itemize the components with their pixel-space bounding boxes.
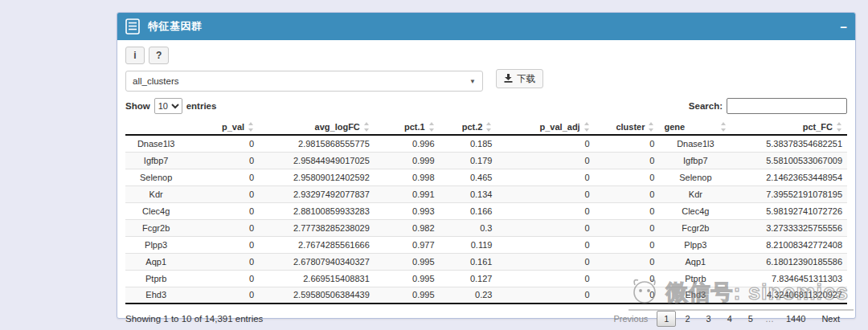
collapse-button[interactable]: − [840,21,847,33]
cell-pct-fc: 8.21008342772408 [731,236,847,253]
cell-pct2: 0.161 [440,253,497,270]
help-button[interactable]: ? [149,47,169,64]
page-button-3[interactable]: 3 [699,311,719,327]
panel-header: 特征基因群 − [117,13,855,40]
table-row[interactable]: Kdr 0 2.93297492077837 0.991 0.134 0 0 K… [125,185,847,202]
cell-avg-logfc: 2.7674285561666 [259,236,375,253]
table-row[interactable]: Clec4g 0 2.88100859933283 0.993 0.166 0 … [125,202,847,219]
cell-pct-fc: 7.8346451311303 [731,270,847,287]
search-input[interactable] [727,98,847,114]
cell-cluster: 0 [595,152,660,169]
column-header-avg-logfc[interactable]: avg_logFC [259,119,375,135]
table-row[interactable]: Ehd3 0 2.59580506384439 0.995 0.23 0 0 E… [125,287,847,304]
cell-cluster: 0 [595,219,660,236]
sort-icon[interactable] [485,122,492,132]
cell-pct2: 0.127 [440,270,497,287]
cell-avg-logfc: 2.95844949017025 [259,152,375,169]
cell-gene: Aqp1 [659,253,731,270]
download-icon [504,74,513,84]
search-label: Search: [689,101,723,111]
cell-p-val-adj: 0 [497,135,594,152]
info-button[interactable]: i [125,47,145,64]
previous-page-button[interactable]: Previous [606,311,655,327]
column-header-p-val[interactable]: p_val [186,119,259,135]
cell-pct2: 0.134 [440,185,497,202]
list-table-icon [125,18,141,35]
genes-table: p_val avg_logFC pct.1 pct.2 p_val_adj cl… [125,119,847,304]
cell-pct1: 0.999 [375,152,440,169]
cell-avg-logfc: 2.669515408831 [259,270,375,287]
cell-p-val: 0 [186,169,259,185]
column-header-cluster[interactable]: cluster [595,119,660,135]
cell-p-val: 0 [186,270,259,287]
table-row[interactable]: Fcgr2b 0 2.77738285238029 0.982 0.3 0 0 … [125,219,847,236]
page-button-last[interactable]: 1440 [779,311,813,327]
next-page-button[interactable]: Next [814,311,847,327]
cell-gene: Fcgr2b [659,219,731,236]
sort-icon[interactable] [248,122,254,132]
cell-cluster: 0 [595,169,660,185]
cell-p-val-adj: 0 [497,236,594,253]
cell-avg-logfc: 2.88100859933283 [259,202,375,219]
cluster-select-value: all_clusters [133,76,179,86]
column-header-gene[interactable]: gene [659,119,731,135]
cell-pct-fc: 5.38378354682251 [731,135,847,152]
show-label: Show [125,101,150,111]
cell-p-val: 0 [186,287,259,304]
table-row[interactable]: Igfbp7 0 2.95844949017025 0.999 0.179 0 … [125,152,847,169]
cell-rowname: Ehd3 [125,287,186,304]
cell-pct1: 0.993 [375,202,440,219]
page-button-2[interactable]: 2 [678,311,697,327]
cell-cluster: 0 [595,135,660,152]
column-header-pct-fc[interactable]: pct_FC [731,119,847,135]
cell-p-val: 0 [186,185,259,202]
cluster-select[interactable]: all_clusters ▼ [125,71,483,92]
cell-avg-logfc: 2.93297492077837 [259,185,375,202]
table-info: Showing 1 to 10 of 14,391 entries [125,314,263,324]
cell-gene: Selenop [659,169,731,185]
cell-pct-fc: 6.18012390185586 [731,253,847,270]
column-header-p-val-adj[interactable]: p_val_adj [497,119,594,135]
cell-pct1: 0.996 [375,135,440,152]
cell-gene: Clec4g [659,202,731,219]
page-button-5[interactable]: 5 [741,311,760,327]
table-row[interactable]: Selenop 0 2.95809012402592 0.998 0.465 0… [125,169,847,185]
sort-icon[interactable] [720,122,727,132]
cell-p-val-adj: 0 [497,270,594,287]
page-button-4[interactable]: 4 [720,311,739,327]
cell-rowname: Fcgr2b [125,219,186,236]
cell-gene: Plpp3 [659,236,731,253]
cell-avg-logfc: 2.9815868555775 [259,135,375,152]
cell-p-val-adj: 0 [497,253,594,270]
column-header-pct1[interactable]: pct.1 [375,119,440,135]
table-row[interactable]: Plpp3 0 2.7674285561666 0.977 0.119 0 0 … [125,236,847,253]
cell-p-val: 0 [186,219,259,236]
cell-pct-fc: 2.14623653448954 [731,169,847,185]
column-header-rownames[interactable] [125,119,186,135]
entries-select[interactable]: 10 [154,98,182,114]
sort-icon[interactable] [648,122,654,132]
cell-p-val-adj: 0 [497,219,594,236]
cell-avg-logfc: 2.67807940340327 [259,253,375,270]
sort-icon[interactable] [836,122,842,132]
cell-gene: Ehd3 [659,287,731,304]
cell-rowname: Aqp1 [125,253,186,270]
cell-gene: Ptprb [659,270,731,287]
sort-icon[interactable] [583,122,590,132]
sort-icon[interactable] [428,122,435,132]
table-row[interactable]: Aqp1 0 2.67807940340327 0.995 0.161 0 0 … [125,253,847,270]
sort-icon[interactable] [363,122,370,132]
entries-label: entries [186,101,217,111]
table-row[interactable]: Ptprb 0 2.669515408831 0.995 0.127 0 0 P… [125,270,847,287]
cell-pct2: 0.23 [440,287,497,304]
page-button-1[interactable]: 1 [657,311,676,327]
download-button[interactable]: 下载 [496,69,543,88]
cell-pct1: 0.995 [375,253,440,270]
chevron-down-icon: ▼ [469,78,476,85]
entries-length-control: Show 10 entries [125,98,216,114]
cell-pct1: 0.977 [375,236,440,253]
cell-pct2: 0.179 [440,152,497,169]
column-header-pct2[interactable]: pct.2 [440,119,497,135]
cell-pct2: 0.119 [440,236,497,253]
table-row[interactable]: Dnase1l3 0 2.9815868555775 0.996 0.185 0… [125,135,847,152]
